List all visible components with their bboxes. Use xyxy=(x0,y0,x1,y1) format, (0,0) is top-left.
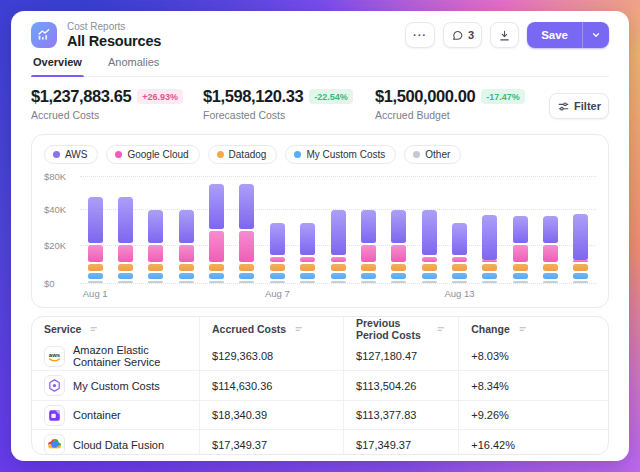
segment-google_cloud xyxy=(300,257,315,262)
segment-datadog xyxy=(179,264,194,272)
segment-other xyxy=(179,281,194,283)
bar-9[interactable] xyxy=(323,172,353,284)
bar-13[interactable] xyxy=(444,172,474,284)
services-table: ServiceAccrued CostsPrevious Period Cost… xyxy=(31,316,609,455)
segment-google_cloud xyxy=(422,257,437,262)
google-cloud-icon xyxy=(44,434,65,455)
filter-label: Filter xyxy=(574,100,601,112)
table-row[interactable]: My Custom Costs$114,630.36$113,504.26+8.… xyxy=(32,370,608,400)
save-button[interactable]: Save xyxy=(527,22,582,48)
bar-3[interactable] xyxy=(141,172,171,284)
segment-datadog xyxy=(209,264,224,272)
y-tick-label: $0 xyxy=(44,278,55,289)
comment-icon xyxy=(451,29,464,42)
column-header-accrued-costs[interactable]: Accrued Costs xyxy=(199,317,343,342)
segment-google_cloud xyxy=(543,245,558,262)
metric-value: $1,500,000.00 xyxy=(375,87,475,106)
segment-aws xyxy=(209,184,224,229)
bar-10[interactable] xyxy=(353,172,383,284)
segment-datadog xyxy=(361,264,376,272)
tab-overview[interactable]: Overview xyxy=(31,54,84,76)
bar-8[interactable] xyxy=(293,172,323,284)
bar-14[interactable] xyxy=(475,172,505,284)
bar-11[interactable] xyxy=(384,172,414,284)
segment-aws xyxy=(422,210,437,255)
segment-google_cloud xyxy=(270,257,285,262)
segment-other xyxy=(331,281,346,283)
legend-label: Datadog xyxy=(229,149,267,160)
segment-my_custom_costs xyxy=(391,273,406,279)
segment-datadog xyxy=(422,264,437,272)
bar-15[interactable] xyxy=(505,172,535,284)
y-axis: $0$20K$40K$80K xyxy=(44,172,80,284)
bar-12[interactable] xyxy=(414,172,444,284)
service-cell: awsAmazon Elastic Container Service xyxy=(32,342,199,371)
bar-2[interactable] xyxy=(110,172,140,284)
breadcrumb: Cost Reports xyxy=(67,21,161,33)
change-badge: -17.47% xyxy=(481,89,525,104)
download-icon xyxy=(498,29,511,42)
bar-16[interactable] xyxy=(535,172,565,284)
segment-my_custom_costs xyxy=(179,273,194,279)
stacked-bar xyxy=(452,172,467,284)
segment-my_custom_costs xyxy=(300,273,315,279)
download-button[interactable] xyxy=(490,22,519,48)
metric-label: Forecasted Costs xyxy=(203,109,375,121)
previous-period-costs-cell: $113,377.83 xyxy=(343,401,458,430)
segment-other xyxy=(148,281,163,283)
table-row[interactable]: awsAmazon Elastic Container Service$129,… xyxy=(32,342,608,371)
service-cell: My Custom Costs xyxy=(32,371,199,400)
save-split-button: Save xyxy=(527,22,609,48)
legend-item-datadog[interactable]: Datadog xyxy=(208,145,278,164)
bar-17[interactable] xyxy=(566,172,596,284)
stacked-bar xyxy=(300,172,315,284)
legend-item-my_custom_costs[interactable]: My Custom Costs xyxy=(285,145,396,164)
column-header-change[interactable]: Change xyxy=(458,317,608,342)
svg-text:aws: aws xyxy=(49,351,61,357)
metric-label: Accrued Costs xyxy=(31,109,203,121)
cost-reports-card: Cost Reports All Resources ··· 3 xyxy=(11,11,629,461)
header-actions: ··· 3 Save xyxy=(405,22,609,48)
previous-period-costs-cell: $113,504.26 xyxy=(343,371,458,400)
segment-aws xyxy=(88,197,103,243)
bar-7[interactable] xyxy=(262,172,292,284)
save-dropdown-button[interactable] xyxy=(582,22,609,48)
column-header-label: Service xyxy=(44,323,81,335)
accrued-costs-cell: $17,349.37 xyxy=(199,430,343,455)
tab-bar: Overview Anomalies xyxy=(31,54,609,77)
aws-icon: aws xyxy=(44,346,65,367)
tab-anomalies[interactable]: Anomalies xyxy=(106,54,161,76)
header-titles: Cost Reports All Resources xyxy=(67,21,161,49)
custom-icon xyxy=(44,375,65,396)
legend-label: My Custom Costs xyxy=(306,149,385,160)
column-header-service[interactable]: Service xyxy=(32,317,199,342)
column-header-label: Change xyxy=(471,323,510,335)
legend-label: Google Cloud xyxy=(127,149,188,160)
legend-item-google_cloud[interactable]: Google Cloud xyxy=(106,145,199,164)
segment-other xyxy=(391,281,406,283)
filter-button[interactable]: Filter xyxy=(549,93,609,119)
segment-google_cloud xyxy=(148,245,163,262)
table-row[interactable]: Container$18,340.39$113,377.83+9.26% xyxy=(32,400,608,430)
table-row[interactable]: Cloud Data Fusion$17,349.37$17,349.37+16… xyxy=(32,429,608,455)
stacked-bar-plot xyxy=(80,172,596,284)
bar-4[interactable] xyxy=(171,172,201,284)
legend-item-aws[interactable]: AWS xyxy=(44,145,98,164)
segment-aws xyxy=(573,214,588,260)
x-tick-label: Aug 1 xyxy=(80,288,110,299)
segment-other xyxy=(422,281,437,283)
comments-button[interactable]: 3 xyxy=(443,22,482,48)
x-axis: Aug 1Aug 7Aug 13 xyxy=(80,284,596,299)
stacked-bar xyxy=(270,172,285,284)
stacked-bar xyxy=(118,172,133,284)
bar-6[interactable] xyxy=(232,172,262,284)
bar-5[interactable] xyxy=(201,172,231,284)
bar-1[interactable] xyxy=(80,172,110,284)
column-header-previous-period-costs[interactable]: Previous Period Costs xyxy=(343,317,458,342)
legend-item-other[interactable]: Other xyxy=(404,145,461,164)
segment-other xyxy=(361,281,376,283)
accrued-costs-cell: $18,340.39 xyxy=(199,401,343,430)
more-button[interactable]: ··· xyxy=(405,22,435,48)
metric-value: $1,598,120.33 xyxy=(203,87,303,106)
y-tick-label: $40K xyxy=(44,204,66,215)
